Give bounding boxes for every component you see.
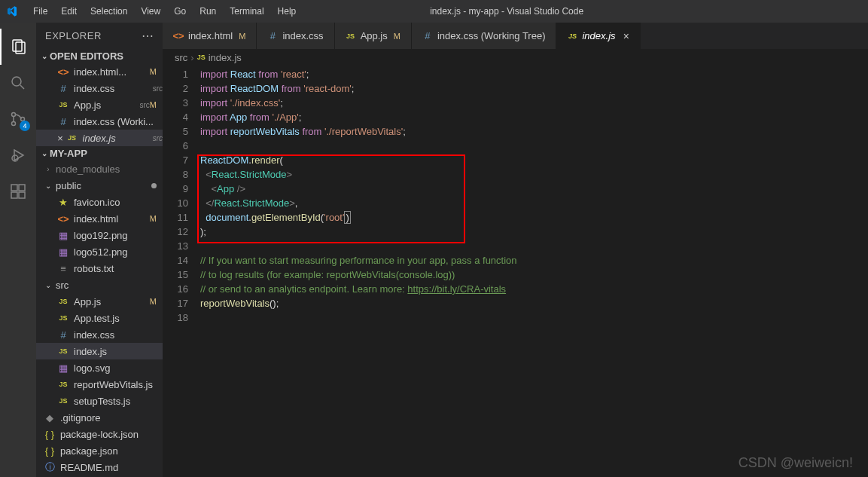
chevron-down-icon: ⌄ [39,149,50,157]
file-item[interactable]: ★favicon.ico [36,194,163,210]
js-icon: JS [57,295,69,307]
menu-edit[interactable]: Edit [55,3,83,20]
menu-run[interactable]: Run [193,3,222,20]
star-icon: ★ [57,196,69,208]
tabs: <>index.htmlM#index.cssJSApp.jsM#index.c… [163,23,868,49]
file-item[interactable]: ▦logo.svg [36,359,163,376]
svg-rect-9 [11,185,17,191]
svg-point-2 [12,77,21,86]
js-icon: JS [57,378,69,390]
open-editor-item[interactable]: ×JSindex.jssrc [36,130,163,146]
tab[interactable]: JSindex.js× [556,23,640,49]
css-icon: # [57,82,69,94]
watermark: CSDN @weiweicn! [739,455,853,471]
js-icon: JS [346,31,356,41]
js-icon: JS [57,312,69,324]
json-icon: { } [44,445,56,457]
breadcrumb[interactable]: src › JS index.js [163,49,868,66]
js-icon: JS [567,31,577,41]
sidebar: EXPLORER ⋯ ⌄ OPEN EDITORS <>index.html..… [36,23,163,477]
section-project[interactable]: ⌄ MY-APP [36,146,163,161]
img-icon: ▦ [57,362,69,374]
folder-item[interactable]: ⌄public [36,177,163,194]
file-item[interactable]: ▦logo192.png [36,227,163,243]
menu-terminal[interactable]: Terminal [224,3,270,20]
file-item[interactable]: ▦logo512.png [36,243,163,260]
close-icon[interactable]: × [57,133,63,144]
chevron-down-icon: ⌄ [39,52,50,60]
file-item[interactable]: #index.css [36,326,163,343]
open-editor-item[interactable]: <>index.html...M [36,63,163,80]
file-item[interactable]: JSsetupTests.js [36,393,163,409]
svg-point-5 [12,122,16,126]
activity-explorer-icon[interactable] [0,29,36,65]
open-editor-item[interactable]: #index.csssrc [36,80,163,96]
activity-scm-icon[interactable]: 4 [0,101,36,137]
activity-extensions-icon[interactable] [0,173,36,209]
img-icon: ▦ [57,246,69,258]
close-icon[interactable]: × [623,30,629,42]
open-editor-item[interactable]: #index.css (Worki... [36,113,163,130]
js-icon: JS [197,54,206,61]
tab[interactable]: <>index.htmlM [163,23,257,49]
js-icon: JS [66,132,78,144]
menu-file[interactable]: File [27,3,53,20]
tab[interactable]: #index.css (Working Tree) [412,23,557,49]
menu-view[interactable]: View [135,3,166,20]
vscode-logo-icon [6,5,18,17]
chevron-icon: ⌄ [44,281,53,289]
file-item[interactable]: ◆.gitignore [36,409,163,426]
file-item[interactable]: { }package.json [36,442,163,459]
window-title: index.js - my-app - Visual Studio Code [302,6,711,17]
titlebar: File Edit Selection View Go Run Terminal… [0,0,868,23]
file-item[interactable]: ≡robots.txt [36,260,163,277]
js-icon: JS [57,395,69,407]
menu-selection[interactable]: Selection [84,3,133,20]
svg-rect-10 [11,192,17,198]
open-editor-item[interactable]: JSApp.jssrcM [36,96,163,113]
css-icon: # [267,31,278,41]
activity-bar: 4 [0,23,36,477]
tab[interactable]: JSApp.jsM [335,23,412,49]
js-icon: JS [57,99,69,111]
sidebar-header: EXPLORER ⋯ [36,23,163,49]
info-icon: ⓘ [44,461,56,473]
chevron-icon: ⌄ [44,182,53,190]
dirty-dot-icon [151,183,157,188]
txt-icon: ≡ [57,262,69,274]
file-item[interactable]: JSreportWebVitals.js [36,376,163,393]
git-icon: ◆ [44,411,56,423]
html-icon: <> [57,213,69,225]
gutter: 123456789101112131415161718 [163,66,200,477]
html-icon: <> [173,31,184,41]
activity-debug-icon[interactable] [0,137,36,173]
folder-item[interactable]: ⌄src [36,277,163,293]
html-icon: <> [57,66,69,78]
activity-search-icon[interactable] [0,65,36,101]
file-item[interactable]: JSApp.jsM [36,293,163,310]
menu-help[interactable]: Help [272,3,303,20]
chevron-icon: › [44,165,53,173]
folder-item[interactable]: ›node_modules [36,161,163,177]
css-icon: # [57,329,69,341]
file-item[interactable]: JSindex.js [36,343,163,359]
chevron-right-icon: › [190,52,193,63]
section-open-editors[interactable]: ⌄ OPEN EDITORS [36,49,163,63]
svg-rect-12 [19,185,25,191]
svg-point-4 [12,113,16,117]
img-icon: ▦ [57,229,69,241]
more-icon[interactable]: ⋯ [142,29,154,43]
svg-line-3 [20,85,24,89]
file-item[interactable]: <>index.htmlM [36,210,163,227]
menu-go[interactable]: Go [168,3,192,20]
file-item[interactable]: { }package-lock.json [36,426,163,442]
code-editor[interactable]: 123456789101112131415161718 import React… [163,66,868,477]
scm-badge: 4 [20,121,30,131]
tab[interactable]: #index.css [257,23,334,49]
css-icon: # [422,31,433,41]
css-icon: # [57,115,69,127]
file-item[interactable]: ⓘREADME.md [36,459,163,475]
file-item[interactable]: JSApp.test.js [36,310,163,326]
editor-area: <>index.htmlM#index.cssJSApp.jsM#index.c… [163,23,868,477]
sidebar-title: EXPLORER [45,30,102,41]
